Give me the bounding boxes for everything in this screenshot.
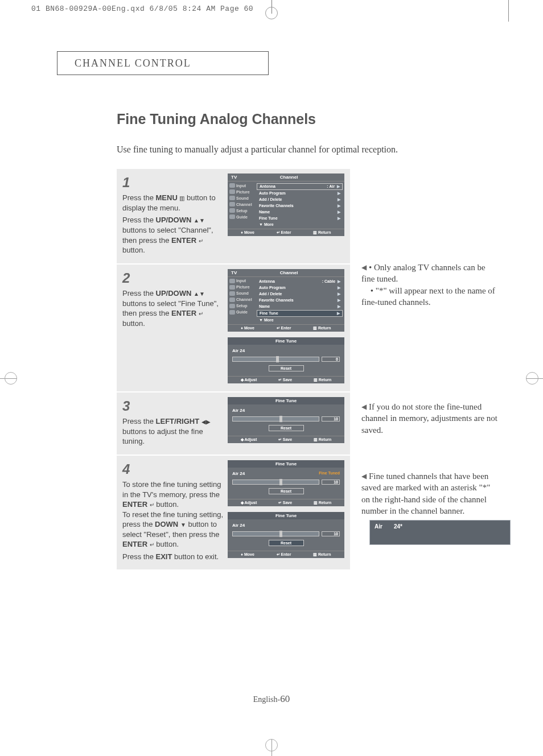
- intro-text: Use fine tuning to manually adjust a par…: [117, 144, 504, 155]
- input-icon: [229, 183, 235, 188]
- osd-title: Channel: [280, 270, 298, 275]
- print-slug: 01 BN68-00929A-00Eng.qxd 6/8/05 8:24 AM …: [31, 5, 253, 13]
- ft-foot-move: Move: [244, 552, 254, 556]
- osd-fine-tune-initial: Fine Tune Air 24 0 Reset ◆ Adjust ↵ Save…: [228, 337, 344, 383]
- osd-item-autoprogram: Auto Program: [259, 191, 286, 196]
- key-updown: UP/DOWN: [156, 216, 192, 224]
- osd-item-name: Name: [259, 210, 270, 214]
- step-number: 4: [122, 460, 225, 478]
- step-text: buttons to select "Fine Tune", then pres…: [122, 299, 219, 318]
- key-enter: ENTER: [122, 540, 147, 548]
- ft-value: 10: [322, 531, 340, 536]
- return-icon: ▥: [314, 501, 318, 505]
- osd-title: Channel: [280, 175, 298, 180]
- osd-side-item: Setup: [236, 304, 247, 308]
- osd-tv-label: TV: [231, 270, 237, 275]
- down-icon: ▼: [180, 522, 186, 528]
- ft-title: Fine Tune: [228, 337, 344, 345]
- step-text: button.: [154, 500, 179, 509]
- ft-value: 10: [322, 480, 340, 485]
- osd-foot-return: Return: [318, 326, 331, 330]
- step-4: 4 To store the fine tuning setting in th…: [117, 456, 350, 571]
- input-icon: [229, 279, 235, 283]
- note-text: Only analog TV channels can be fine tune…: [361, 263, 486, 283]
- ft-foot-adjust: Adjust: [244, 378, 257, 382]
- ft-title: Fine Tune: [228, 460, 344, 468]
- move-icon: ♦: [241, 230, 243, 234]
- step-text: To store the fine tuning setting in the …: [122, 480, 221, 499]
- key-menu: MENU: [156, 193, 178, 202]
- ft-reset: Reset: [269, 425, 304, 431]
- osd-side-item: Channel: [236, 298, 252, 301]
- arrow-icon: ▶: [338, 197, 340, 202]
- ft-foot-save: Save: [283, 378, 292, 382]
- ft-foot-return: Return: [319, 437, 332, 441]
- section-header: CHANNEL CONTROL: [57, 51, 269, 75]
- osd-foot-enter: Enter: [281, 326, 291, 330]
- step-text: Press the: [122, 552, 156, 561]
- enter-icon: ↵: [277, 552, 280, 556]
- channel-banner: Air24*: [369, 520, 511, 545]
- ft-foot-adjust: Adjust: [244, 501, 257, 505]
- arrow-icon: ▶: [338, 286, 340, 290]
- ft-slider: [232, 357, 319, 362]
- ft-channel: Air 24: [232, 471, 245, 476]
- osd-item-antenna: Antenna: [259, 279, 275, 284]
- osd-side-item: Guide: [236, 310, 248, 314]
- osd-item-finetune: Fine Tune: [259, 216, 278, 221]
- note-text: If you do not store the fine-tuned chann…: [361, 402, 497, 435]
- osd-side-item: Guide: [236, 215, 248, 219]
- page-footer: English-60: [253, 693, 290, 705]
- osd-list: Antenna: Cable ▶ Auto Program▶ Add / Del…: [254, 277, 344, 324]
- ft-foot-save: Save: [283, 501, 292, 505]
- osd-item-favorite: Favorite Channels: [259, 298, 294, 303]
- picture-icon: [229, 285, 235, 290]
- channel-icon: [229, 298, 235, 302]
- side-note-2: If you do not store the fine-tuned chann…: [361, 401, 498, 436]
- return-icon: ▥: [314, 437, 318, 441]
- save-icon: ↵: [278, 437, 282, 441]
- osd-side-item: Input: [236, 184, 246, 188]
- note-text: "*" will appear next to the name of fine…: [361, 286, 495, 307]
- osd-side-item: Input: [236, 279, 246, 283]
- ft-foot-return: Return: [319, 378, 332, 382]
- enter-icon: ↵: [150, 542, 154, 548]
- save-icon: ↵: [278, 378, 282, 382]
- ft-slider: [232, 480, 319, 485]
- osd-foot-return: Return: [318, 230, 331, 234]
- osd-list: Antenna: Air ▶ Auto Program▶ Add / Delet…: [254, 181, 344, 229]
- ft-foot-return: Return: [319, 501, 332, 505]
- ft-channel: Air 24: [232, 348, 245, 353]
- ft-value: 0: [322, 357, 340, 362]
- crop-mark: [265, 7, 278, 19]
- down-icon: ▼: [259, 222, 263, 226]
- ft-tuned-label: Fine Tuned: [319, 471, 340, 476]
- osd-side-item: Picture: [236, 285, 250, 289]
- page-title: Fine Tuning Analog Channels: [117, 111, 504, 127]
- move-icon: ♦: [241, 552, 243, 556]
- osd-more: More: [264, 318, 274, 322]
- osd-side-item: Sound: [236, 196, 249, 200]
- step-number: 1: [122, 173, 225, 192]
- step-2: 2 Press the UP/DOWN ▲▼ buttons to select…: [117, 265, 350, 393]
- setup-icon: [229, 208, 235, 213]
- osd-value: : Air: [327, 184, 335, 188]
- adjust-icon: ◆: [241, 437, 244, 441]
- ft-foot-enter: Enter: [281, 552, 291, 556]
- step-text: button to exit.: [172, 552, 219, 561]
- guide-icon: [229, 310, 235, 315]
- adjust-icon: ◆: [241, 378, 244, 382]
- step-text: Press the: [122, 417, 156, 425]
- updown-icon: ▲▼: [194, 291, 205, 297]
- osd-foot-move: Move: [244, 230, 254, 234]
- key-down: DOWN: [155, 520, 178, 528]
- channel-icon: [229, 202, 235, 206]
- osd-item-adddelete: Add / Delete: [259, 292, 282, 296]
- osd-foot-enter: Enter: [281, 230, 291, 234]
- updown-icon: ▲▼: [194, 217, 205, 224]
- return-icon: ▥: [313, 230, 317, 234]
- sound-icon: [229, 196, 235, 200]
- step-number: 2: [122, 269, 225, 287]
- osd-fine-tune-saved: Fine Tune Air 24Fine Tuned 10 Reset ◆ Ad…: [228, 460, 344, 506]
- banner-channel: 24*: [394, 523, 402, 530]
